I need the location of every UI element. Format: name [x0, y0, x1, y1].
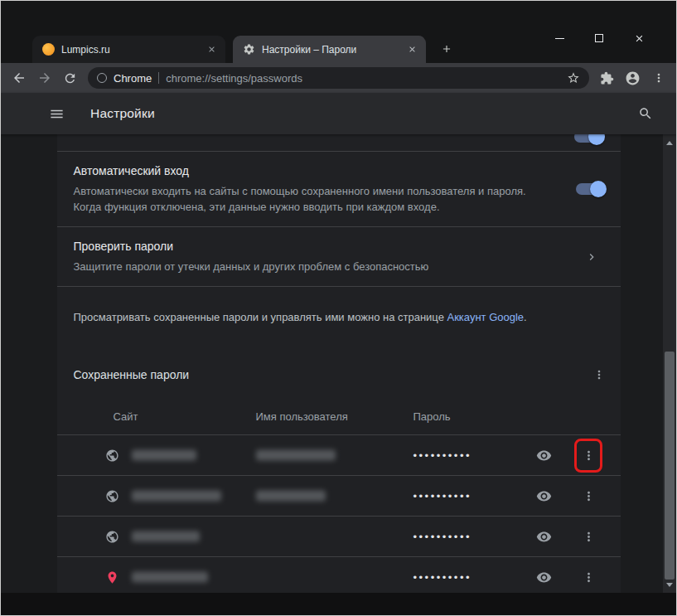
- forward-arrow-icon: [37, 70, 52, 85]
- maximize-button[interactable]: [593, 32, 605, 44]
- scroll-down-arrow-icon[interactable]: [663, 578, 676, 591]
- passwords-table-header: Сайт Имя пользователя Пароль: [57, 398, 621, 434]
- page-title: Настройки: [90, 106, 155, 121]
- browser-window: Lumpics.ru Настройки – Пароли: [0, 0, 677, 616]
- browser-toolbar: Chrome chrome://settings/passwords: [1, 63, 676, 93]
- scrollbar[interactable]: [663, 134, 676, 593]
- window-controls: [554, 32, 645, 44]
- saved-passwords-header: Сохраненные пароли: [57, 350, 621, 398]
- account-note: Просматривать сохраненные пароли и управ…: [57, 287, 621, 350]
- redacted-site: [132, 491, 221, 502]
- back-arrow-icon: [12, 70, 27, 85]
- tab-close-button[interactable]: [205, 42, 219, 56]
- star-icon: [567, 71, 580, 85]
- toggle-thumb: [588, 134, 605, 145]
- redacted-username: [256, 491, 326, 502]
- redacted-username: [256, 450, 336, 461]
- column-password: Пароль: [413, 410, 451, 423]
- pin-icon: [104, 569, 121, 585]
- bookmark-star-button[interactable]: [564, 69, 583, 87]
- back-button[interactable]: [6, 65, 31, 91]
- account-note-prefix: Просматривать сохраненные пароли и управ…: [74, 311, 447, 323]
- google-account-link[interactable]: Аккаунт Google: [447, 311, 525, 323]
- auto-signin-description: Автоматически входить на сайты с помощью…: [74, 183, 542, 215]
- check-passwords-arrow-button[interactable]: [579, 245, 604, 269]
- close-icon: [408, 45, 417, 54]
- profile-button[interactable]: [620, 65, 646, 91]
- close-window-button[interactable]: [633, 32, 645, 44]
- globe-icon: [104, 447, 121, 463]
- tab-settings-passwords[interactable]: Настройки – Пароли: [233, 36, 426, 63]
- clipped-toggle[interactable]: [574, 134, 602, 143]
- scroll-up-arrow-icon[interactable]: [663, 136, 676, 149]
- browser-menu-button[interactable]: [646, 65, 671, 91]
- check-passwords-title: Проверить пароли: [74, 239, 564, 254]
- row-menu-kebab-icon[interactable]: [578, 525, 600, 548]
- show-password-eye-icon[interactable]: [533, 444, 556, 467]
- tabs: Lumpics.ru Настройки – Пароли: [32, 36, 457, 63]
- row-menu-kebab-icon[interactable]: [578, 484, 600, 507]
- column-username: Имя пользователя: [256, 410, 348, 423]
- redacted-site: [132, 450, 196, 461]
- address-site-label: Chrome: [114, 72, 152, 85]
- password-mask: ••••••••••: [413, 490, 472, 502]
- bottom-strip: [1, 593, 676, 615]
- address-bar[interactable]: Chrome chrome://settings/passwords: [88, 67, 589, 89]
- settings-search-button[interactable]: [633, 101, 658, 126]
- lumpics-favicon-icon: [42, 43, 55, 56]
- puzzle-icon: [600, 71, 614, 85]
- password-mask: ••••••••••: [413, 531, 472, 543]
- redacted-site: [132, 572, 208, 583]
- tab-label: Настройки – Пароли: [262, 44, 399, 56]
- gear-icon: [243, 43, 255, 56]
- auto-signin-title: Автоматический вход: [74, 163, 561, 178]
- column-site: Сайт: [114, 410, 138, 423]
- extensions-button[interactable]: [594, 65, 620, 91]
- maximize-icon: [595, 34, 603, 42]
- password-row: ••••••••••: [57, 476, 621, 517]
- new-tab-button[interactable]: [436, 38, 457, 60]
- account-note-suffix: .: [524, 311, 527, 323]
- hamburger-icon: [49, 106, 65, 122]
- show-password-eye-icon[interactable]: [533, 525, 556, 548]
- settings-menu-button[interactable]: [44, 101, 69, 126]
- scrollbar-thumb[interactable]: [665, 352, 675, 580]
- address-separator: [158, 72, 159, 84]
- close-icon: [634, 33, 645, 44]
- kebab-icon: [652, 71, 665, 85]
- settings-header: Настройки: [1, 93, 676, 134]
- check-passwords-row[interactable]: Проверить пароли Защитите пароли от утеч…: [57, 227, 621, 286]
- show-password-eye-icon[interactable]: [533, 565, 556, 589]
- row-menu-kebab-icon[interactable]: [578, 565, 600, 589]
- plus-icon: [441, 43, 452, 55]
- auto-signin-text: Автоматический вход Автоматически входит…: [74, 163, 561, 215]
- reload-button[interactable]: [57, 65, 83, 91]
- saved-passwords-title: Сохраненные пароли: [74, 368, 586, 381]
- row-menu-kebab-icon[interactable]: [578, 444, 600, 467]
- password-row: ••••••••••: [57, 517, 621, 557]
- saved-passwords-menu-button[interactable]: [586, 361, 612, 388]
- chevron-right-icon: [585, 250, 598, 264]
- globe-icon: [104, 487, 121, 504]
- password-mask: ••••••••••: [413, 449, 472, 462]
- tab-close-button[interactable]: [405, 42, 419, 56]
- password-row: ••••••••••: [57, 557, 621, 593]
- show-password-eye-icon[interactable]: [533, 484, 556, 507]
- globe-icon: [104, 528, 121, 545]
- chrome-page-icon: [97, 73, 107, 83]
- passwords-card: Автоматический вход Автоматически входит…: [57, 134, 621, 593]
- settings-content: Автоматический вход Автоматически входит…: [1, 134, 676, 593]
- auto-signin-row: Автоматический вход Автоматически входит…: [57, 152, 621, 226]
- address-url: chrome://settings/passwords: [166, 72, 558, 85]
- auto-signin-toggle[interactable]: [576, 183, 604, 195]
- redacted-site: [132, 531, 200, 542]
- tab-strip: Lumpics.ru Настройки – Пароли: [1, 1, 676, 63]
- minimize-button[interactable]: [554, 32, 565, 44]
- close-icon: [207, 45, 216, 54]
- forward-button[interactable]: [31, 65, 57, 91]
- minimize-icon: [555, 38, 564, 39]
- tab-lumpics[interactable]: Lumpics.ru: [32, 36, 225, 63]
- password-row: ••••••••••: [57, 435, 621, 476]
- toggle-thumb: [590, 181, 607, 197]
- kebab-icon: [592, 368, 606, 381]
